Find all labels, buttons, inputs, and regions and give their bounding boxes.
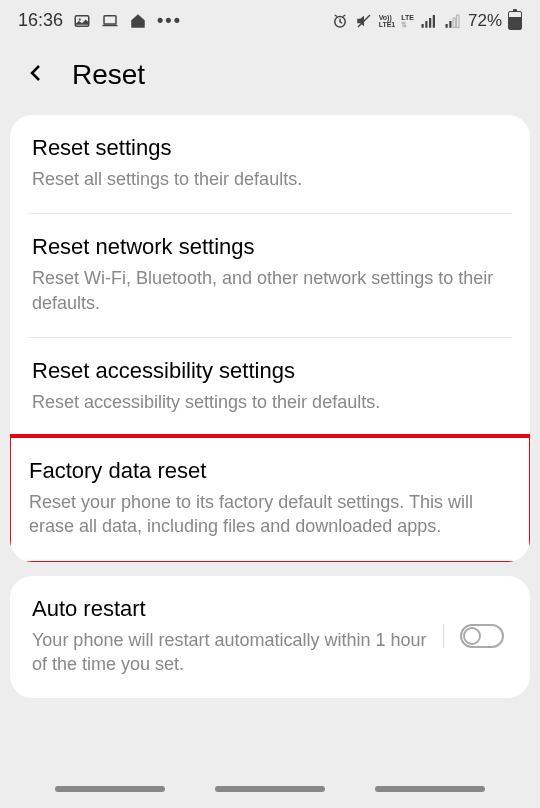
page-header: Reset (0, 37, 540, 115)
nav-recents[interactable] (55, 786, 165, 792)
svg-rect-8 (429, 18, 431, 28)
item-desc: Reset all settings to their defaults. (32, 167, 508, 191)
item-title: Reset settings (32, 135, 508, 161)
battery-icon (508, 11, 522, 30)
auto-restart-item[interactable]: Auto restart Your phone will restart aut… (10, 576, 530, 699)
factory-reset-item[interactable]: Factory data reset Reset your phone to i… (11, 438, 529, 561)
status-time: 16:36 (18, 10, 63, 31)
picture-icon (73, 12, 91, 30)
svg-point-1 (79, 18, 81, 20)
back-icon[interactable] (24, 61, 48, 89)
item-title: Reset accessibility settings (32, 358, 508, 384)
laptop-icon (101, 12, 119, 30)
auto-restart-toggle[interactable] (460, 624, 504, 648)
svg-rect-7 (425, 21, 427, 28)
reset-network-item[interactable]: Reset network settings Reset Wi-Fi, Blue… (10, 214, 530, 337)
volte-icon: Vo)) LTE1 (379, 14, 396, 28)
battery-percent: 72% (468, 11, 502, 31)
svg-rect-9 (433, 15, 435, 28)
item-title: Reset network settings (32, 234, 508, 260)
alarm-icon (331, 12, 349, 30)
item-desc: Your phone will restart automatically wi… (32, 628, 435, 677)
navigation-bar (0, 786, 540, 792)
nav-back[interactable] (375, 786, 485, 792)
svg-rect-6 (421, 24, 423, 28)
svg-rect-12 (453, 18, 455, 28)
reset-accessibility-item[interactable]: Reset accessibility settings Reset acces… (10, 338, 530, 424)
item-desc: Reset your phone to its factory default … (29, 490, 511, 539)
mute-icon (355, 12, 373, 30)
item-desc: Reset accessibility settings to their de… (32, 390, 508, 414)
auto-restart-card: Auto restart Your phone will restart aut… (10, 576, 530, 699)
nav-home[interactable] (215, 786, 325, 792)
svg-rect-10 (445, 24, 447, 28)
reset-settings-item[interactable]: Reset settings Reset all settings to the… (10, 115, 530, 213)
signal-icon-2 (444, 12, 462, 30)
svg-rect-11 (449, 21, 451, 28)
item-title: Factory data reset (29, 458, 511, 484)
item-desc: Reset Wi-Fi, Bluetooth, and other networ… (32, 266, 508, 315)
status-bar: 16:36 ••• Vo)) LTE1 LTE ⇅ (0, 0, 540, 37)
lte-icon: LTE ⇅ (401, 14, 414, 28)
reset-options-card: Reset settings Reset all settings to the… (10, 115, 530, 562)
home-icon (129, 12, 147, 30)
page-title: Reset (72, 59, 145, 91)
factory-reset-highlight: Factory data reset Reset your phone to i… (10, 434, 530, 562)
more-icon: ••• (157, 10, 182, 31)
svg-rect-3 (103, 24, 118, 26)
item-title: Auto restart (32, 596, 435, 622)
signal-icon (420, 12, 438, 30)
svg-rect-13 (457, 15, 459, 28)
svg-rect-2 (104, 15, 116, 23)
